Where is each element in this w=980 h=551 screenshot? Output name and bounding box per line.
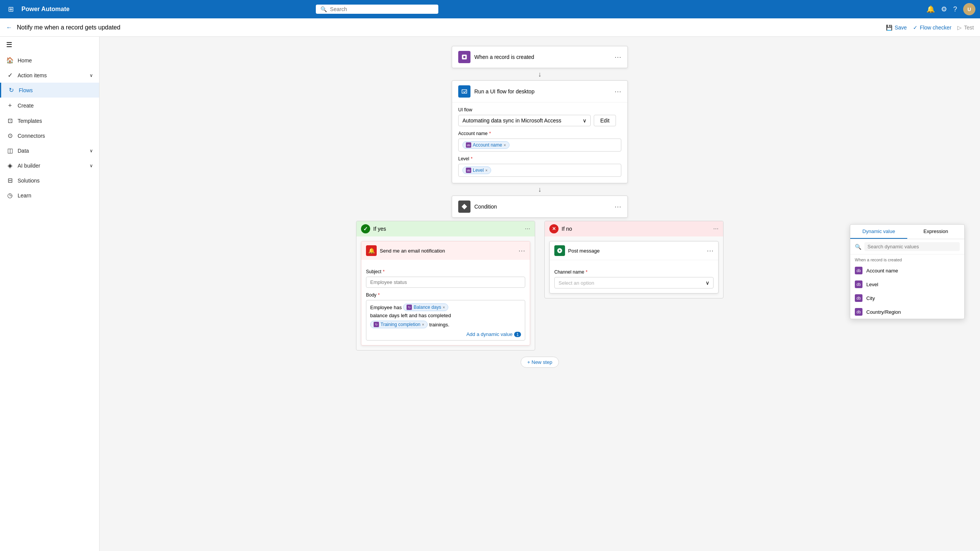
home-icon: 🏠	[6, 57, 14, 64]
dynamic-search: 🔍	[850, 239, 964, 254]
balance-days-token: ↻ Balance days ×	[403, 303, 448, 311]
save-button[interactable]: 💾 Save	[886, 24, 907, 31]
body-field: Body * Employee has ↻ Balanc	[366, 292, 525, 341]
body-suffix: trainings.	[429, 322, 449, 328]
body-label: Body *	[366, 292, 525, 298]
arrow-1: ↓	[538, 68, 542, 80]
account-required: *	[489, 131, 491, 136]
dynamic-search-input[interactable]	[864, 242, 960, 251]
account-token-icon: db	[466, 142, 471, 148]
level-field: Level * db Level ×	[458, 156, 621, 177]
settings-icon[interactable]: ⚙	[941, 5, 947, 13]
account-name-input[interactable]: db Account name ×	[458, 139, 621, 152]
sidebar-item-data[interactable]: ◫ Data ∨	[0, 143, 99, 158]
condition-icon	[458, 201, 470, 213]
sidebar-item-ai-builder[interactable]: ◈ AI builder ∨	[0, 158, 99, 173]
ui-flow-title: Run a UI flow for desktop	[474, 88, 611, 95]
level-token-close[interactable]: ×	[485, 168, 488, 173]
test-button[interactable]: ▷ Test	[957, 24, 974, 31]
sidebar-item-flows[interactable]: ↻ Flows	[0, 83, 99, 98]
dynamic-city-icon: db	[855, 294, 862, 302]
flows-icon: ↻	[7, 86, 15, 94]
solutions-icon: ⊟	[6, 177, 14, 184]
post-more[interactable]: ⋯	[707, 246, 714, 255]
training-token-close[interactable]: ×	[422, 323, 424, 327]
email-node-header[interactable]: 🔔 Send me an email notification ⋯	[361, 241, 530, 260]
dynamic-item-account-name[interactable]: db Account name	[850, 264, 964, 277]
account-token-close[interactable]: ×	[504, 143, 506, 147]
sidebar-item-action-items[interactable]: ✓ Action items ∨	[0, 68, 99, 83]
sidebar-item-solutions[interactable]: ⊟ Solutions	[0, 173, 99, 188]
post-node-header[interactable]: Post message ⋯	[550, 241, 718, 260]
sidebar-item-connectors[interactable]: ⊙ Connectors	[0, 128, 99, 143]
balance-token-close[interactable]: ×	[443, 305, 445, 310]
condition-more[interactable]: ⋯	[614, 202, 621, 211]
dynamic-item-country[interactable]: db Country/Region	[850, 305, 964, 319]
ui-flow-select[interactable]: Automating data sync in Microsoft Access…	[458, 115, 591, 126]
ui-flow-field: UI flow Automating data sync in Microsof…	[458, 107, 621, 126]
sidebar-item-learn[interactable]: ◷ Learn	[0, 188, 99, 203]
email-more[interactable]: ⋯	[518, 246, 525, 255]
branch-yes-label: If yes	[373, 226, 522, 232]
branch-no-more[interactable]: ⋯	[713, 226, 719, 232]
channel-chevron: ∨	[706, 280, 709, 286]
level-input[interactable]: db Level ×	[458, 164, 621, 177]
email-icon: 🔔	[366, 245, 377, 256]
account-name-label: Account name *	[458, 131, 621, 136]
new-step-container: + New step	[521, 357, 559, 368]
main-content: When a record is created ⋯ ↓ Run a UI fl…	[100, 37, 980, 551]
condition-header[interactable]: Condition ⋯	[452, 196, 627, 217]
account-name-field: Account name * db Account name ×	[458, 131, 621, 152]
new-step-button[interactable]: + New step	[521, 357, 559, 368]
ui-flow-more[interactable]: ⋯	[614, 87, 621, 96]
ui-flow-header[interactable]: Run a UI flow for desktop ⋯	[452, 81, 627, 102]
edit-button[interactable]: Edit	[594, 115, 616, 126]
notification-icon[interactable]: 🔔	[926, 5, 935, 13]
dynamic-item-city[interactable]: db City	[850, 291, 964, 305]
select-chevron: ∨	[583, 117, 586, 124]
connectors-icon: ⊙	[6, 132, 14, 139]
branch-yes-more[interactable]: ⋯	[525, 226, 530, 232]
dynamic-level-label: Level	[866, 282, 878, 287]
ai-builder-icon: ◈	[6, 162, 14, 169]
waffle-icon[interactable]: ⊞	[5, 3, 17, 15]
condition-title: Condition	[474, 204, 611, 210]
search-input[interactable]	[330, 6, 434, 12]
branch-yes-badge: ✓	[361, 224, 370, 233]
tab-expression[interactable]: Expression	[907, 225, 964, 239]
post-icon	[554, 245, 565, 256]
arrow-2: ↓	[538, 183, 542, 196]
svg-marker-2	[462, 204, 467, 209]
channel-field: Channel name * Select an option ∨	[554, 269, 714, 289]
trigger-more[interactable]: ⋯	[614, 53, 621, 61]
sidebar-collapse[interactable]: ☰	[0, 37, 99, 53]
dynamic-item-level[interactable]: db Level	[850, 277, 964, 291]
data-icon: ◫	[6, 147, 14, 154]
tab-dynamic-value[interactable]: Dynamic value	[850, 225, 907, 239]
condition-node: Condition ⋯	[452, 196, 628, 218]
data-chevron: ∨	[90, 148, 93, 153]
body-input[interactable]: Employee has ↻ Balance days × balance da…	[366, 300, 525, 341]
sidebar-item-templates[interactable]: ⊡ Templates	[0, 113, 99, 128]
add-dynamic-link[interactable]: Add a dynamic value 1	[370, 331, 521, 337]
body-middle: balance days left and has completed	[370, 313, 451, 318]
help-icon[interactable]: ?	[953, 5, 957, 13]
channel-input[interactable]: Select an option ∨	[554, 277, 714, 289]
trigger-node-header[interactable]: When a record is created ⋯	[452, 46, 627, 68]
flow-checker-button[interactable]: ✓ Flow checker	[913, 24, 951, 31]
avatar[interactable]: U	[963, 3, 975, 15]
sidebar-item-home[interactable]: 🏠 Home	[0, 53, 99, 68]
dynamic-country-label: Country/Region	[866, 309, 901, 315]
body-row-1: Employee has ↻ Balance days × balance da…	[370, 303, 521, 318]
post-node-body: Channel name * Select an option ∨	[550, 260, 718, 293]
search-box[interactable]: 🔍	[316, 5, 438, 14]
subheader: ← Notify me when a record gets updated 💾…	[0, 18, 980, 37]
dynamic-account-icon: db	[855, 267, 862, 274]
ui-flow-input-row: Automating data sync in Microsoft Access…	[458, 115, 621, 126]
branch-no: ✕ If no ⋯ Post message ⋯	[544, 221, 724, 298]
back-button[interactable]: ←	[6, 24, 12, 31]
subject-input[interactable]	[366, 277, 525, 288]
subject-label: Subject *	[366, 269, 525, 274]
test-icon: ▷	[957, 24, 962, 31]
sidebar-item-create[interactable]: ＋ Create	[0, 98, 99, 113]
